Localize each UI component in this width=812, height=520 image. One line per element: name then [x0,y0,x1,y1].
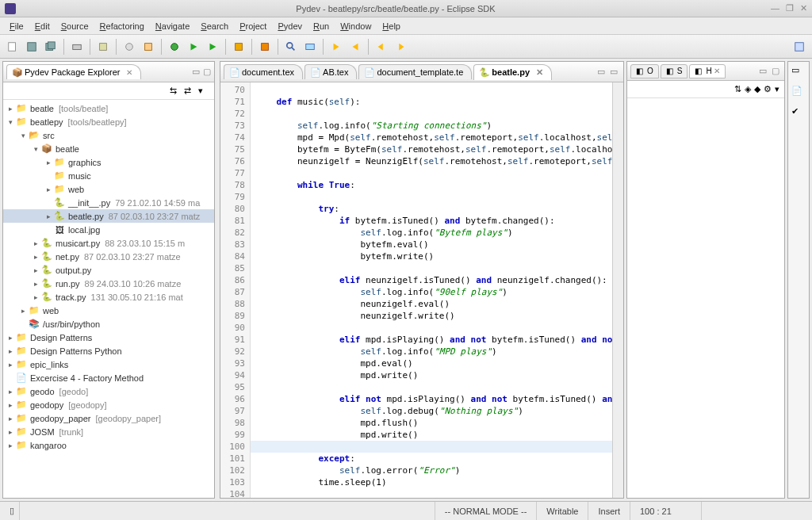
save-button[interactable] [24,39,40,55]
tree-item[interactable]: ▾📁beatlepy[tools/beatlepy] [3,115,214,128]
menu-run[interactable]: Run [308,20,334,32]
minimize-editor-icon[interactable]: ▭ [597,67,605,77]
right-tab-s[interactable]: ◧S [661,64,688,78]
maximize-right-icon[interactable]: ▢ [772,66,779,76]
menu-project[interactable]: Project [235,20,271,32]
tree-item[interactable]: ▸🐍beatle.py87 02.03.10 23:27 matz [3,209,214,223]
tree-item[interactable]: ▸🐍run.py89 24.03.10 10:26 matze [3,277,214,290]
maximize-icon[interactable]: ❐ [786,3,794,13]
new-package-button[interactable] [140,39,156,55]
tree-item[interactable]: ▸📁kangaroo [3,438,214,452]
menu-navigate[interactable]: Navigate [151,20,194,32]
menu-pydev[interactable]: Pydev [273,20,307,32]
tree-item[interactable]: ▸📁epic_links [3,358,214,371]
tree-item[interactable]: ▸📁geodo[geodo] [3,384,214,398]
right-tab-o[interactable]: ◧O [630,64,659,78]
tree-item[interactable]: ▸🐍musicart.py88 23.03.10 15:15 m [3,236,214,250]
menu-source[interactable]: Source [56,20,94,32]
tree-item[interactable]: ▸📁Design Patterns [3,331,214,344]
view-menu-icon[interactable]: ▾ [198,86,209,97]
menu-window[interactable]: Window [335,20,376,32]
svg-rect-3 [48,41,56,48]
minimize-right-icon[interactable]: ▭ [759,66,767,76]
tree-item[interactable]: ▸📁web [3,182,214,196]
editor-tab[interactable]: 📄document.tex [224,64,303,79]
menu-edit[interactable]: Edit [30,20,55,32]
tree-item[interactable]: ▸📁web [3,304,214,317]
package-explorer-tab[interactable]: 📦 Pydev Package Explorer ✕ [6,64,141,79]
right-stack: ◧O◧S◧H ✕▭▢ ⇅ ◈ ◆ ⚙ ▾ [626,61,785,499]
annotate-button[interactable] [302,39,318,55]
prev-annotation-button[interactable] [347,39,363,55]
tree-item[interactable]: ▾📂src [3,128,214,142]
menu-search[interactable]: Search [196,20,233,32]
tree-item[interactable]: ▸📁JOSM[trunk] [3,425,214,438]
status-bar: ▯ -- NORMAL MODE -- Writable Insert 100 … [0,501,812,520]
new-module-button[interactable] [121,39,137,55]
package-explorer-icon: 📦 [12,67,21,77]
right-tab-h[interactable]: ◧H ✕ [689,64,725,78]
maximize-editor-icon[interactable]: ▭ [610,67,618,77]
forward-button[interactable] [393,39,408,55]
todo-icon[interactable]: ✔ [791,106,806,120]
menu-file[interactable]: File [5,20,29,32]
tree-item[interactable]: ▸📁geodopy_paper[geodopy_paper] [3,411,214,425]
restore-icon[interactable]: ▭ [791,65,806,79]
status-spacer [701,502,812,520]
tree-item[interactable]: 🐍__init__.py79 21.02.10 14:59 ma [3,196,214,209]
close-view-icon[interactable]: ✕ [126,68,132,77]
tree-item[interactable]: ▸📁geodopy[geodopy] [3,398,214,411]
sort-icon[interactable]: ⇅ [734,84,741,94]
open-perspective-button[interactable] [791,39,807,55]
editor-tab[interactable]: 🐍beatle.py✕ [473,64,552,80]
back-button[interactable] [373,39,389,55]
code-editor[interactable]: def music(self): self.log.info("Starting… [251,82,612,498]
tree-item[interactable]: ▸🐍net.py87 02.03.10 23:27 matze [3,250,214,263]
tree-item[interactable]: ▸📁beatle[tools/beatle] [3,101,214,115]
menu-help[interactable]: Help [377,20,405,32]
hide-fields-icon[interactable]: ◈ [745,84,751,94]
tree-item[interactable]: ▸📁graphics [3,155,214,169]
tree-item[interactable]: ▸📁Design Patterns Python [3,344,214,358]
window-title: Pydev - beatlepy/src/beatle/beatle.py - … [21,4,771,13]
view-menu-icon[interactable]: ▾ [775,84,779,94]
close-icon[interactable]: ✕ [800,3,807,13]
run-button[interactable] [186,39,201,55]
editor-tab[interactable]: 📄document_template.te [358,64,472,79]
tree-item[interactable]: ▾📦beatle [3,142,214,155]
outline-body [627,98,784,498]
filter-icon[interactable]: ⚙ [764,84,772,94]
maximize-view-icon[interactable]: ▢ [203,67,211,77]
tree-item[interactable]: 📚/usr/bin/python [3,317,214,331]
new-button[interactable] [5,39,21,55]
tree-item[interactable]: ▸🐍track.py131 30.05.10 21:16 mat [3,290,214,304]
tree-item[interactable]: 🖼local.jpg [3,223,214,236]
tree-item[interactable]: 📄Excercise 4 - Factory Method [3,371,214,384]
debug-button[interactable] [167,39,182,55]
vertical-scrollbar[interactable] [612,82,623,498]
status-insert: Insert [588,502,630,520]
package-explorer-view: 📦 Pydev Package Explorer ✕ ▭ ▢ ⇆ ⇄ ▾ ▸📁b… [2,61,215,499]
save-all-button[interactable] [43,39,59,55]
hide-static-icon[interactable]: ◆ [754,84,760,94]
tree-item[interactable]: ▸🐍output.py [3,263,214,277]
package-tree[interactable]: ▸📁beatle[tools/beatle]▾📁beatlepy[tools/b… [3,100,214,498]
search-button[interactable] [283,39,299,55]
link-editor-icon[interactable]: ⇄ [184,86,195,97]
minimize-icon[interactable]: — [771,3,779,13]
run-last-button[interactable] [205,39,220,55]
print-button[interactable] [69,39,85,55]
next-annotation-button[interactable] [328,39,344,55]
svg-marker-19 [399,43,404,50]
editor-tab[interactable]: 📄AB.tex [304,64,357,79]
cheat-sheet-icon[interactable]: 📄 [791,86,806,100]
tree-item[interactable]: 📁music [3,169,214,182]
build-button[interactable] [95,39,111,55]
collapse-all-icon[interactable]: ⇆ [170,86,181,97]
coverage-button[interactable] [231,39,247,55]
minimize-view-icon[interactable]: ▭ [192,67,200,77]
skip-breakpoint-button[interactable] [257,39,273,55]
menu-refactoring[interactable]: Refactoring [95,20,149,32]
editor-area: 📄document.tex📄AB.tex📄document_template.t… [220,61,624,499]
work-area: 📦 Pydev Package Explorer ✕ ▭ ▢ ⇆ ⇄ ▾ ▸📁b… [0,59,812,501]
